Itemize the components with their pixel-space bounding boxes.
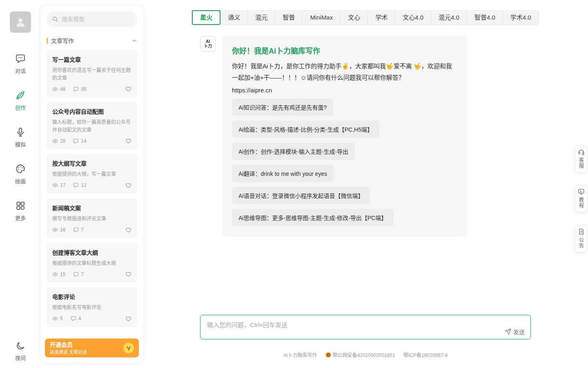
model-card[interactable]: 电影评论 根据电影名写电影评论 5 4 (47, 287, 137, 327)
nav-label: 更多 (15, 214, 26, 222)
comments-icon (73, 86, 79, 92)
tab-xinghuo[interactable]: 星火 (192, 10, 220, 25)
favorite-icon[interactable] (125, 182, 131, 188)
membership-title: 开通会员 (50, 341, 123, 348)
model-card[interactable]: 按大纲写文章 根据提供的大纲，写一篇文章 17 12 (47, 154, 137, 194)
model-card-meta: 48 35 (52, 86, 131, 92)
views-icon (52, 272, 58, 277)
tab-wenxin-40[interactable]: 文心4.0 (395, 10, 431, 25)
model-card-desc: 根据提供的大纲，写一篇文章 (52, 171, 131, 178)
model-tab-bar: 星火 通义 混元 智普 MiniMax 文心 学术 文心4.0 混元4.0 智普… (143, 0, 588, 25)
icp-record[interactable]: 鄂ICP备16020557-4 (403, 351, 448, 358)
tab-hunyuan[interactable]: 混元 (247, 10, 275, 25)
section-header-writing[interactable]: 文章写作 (47, 34, 137, 47)
model-card-meta: 28 14 (52, 138, 131, 144)
headset-icon (578, 148, 585, 155)
favorite-icon[interactable] (125, 316, 131, 322)
feather-icon (15, 90, 26, 101)
views-count: 5 (60, 316, 63, 321)
views-icon (52, 86, 58, 92)
suggestion-mindmap[interactable]: Ai思维导图：更多-思维导图-主题-生成-修改-导出【PC端】 (232, 209, 393, 226)
tab-zhipu-40[interactable]: 智普4.0 (467, 10, 503, 25)
support-label: 客服 (578, 157, 585, 169)
nav-item-chat[interactable]: 对话 (0, 53, 41, 73)
suggestion-translate[interactable]: Ai翻译：drink to me with your eyes (232, 165, 334, 182)
tutorial-icon (578, 188, 585, 195)
tab-xueshu[interactable]: 学术 (368, 10, 395, 25)
model-card-meta: 17 12 (52, 182, 131, 188)
nav-item-simulate[interactable]: 模拟 (0, 127, 41, 146)
message-input[interactable] (200, 315, 530, 339)
mic-icon (15, 127, 26, 137)
comments-count: 14 (81, 138, 86, 144)
views-count: 28 (60, 138, 65, 144)
search-input[interactable] (62, 16, 136, 22)
model-card-title: 新闻稿文案 (52, 204, 131, 212)
site-link[interactable]: https://aipre.cn (232, 87, 457, 94)
chat-icon (15, 53, 26, 64)
main-area: 星火 通义 混元 智普 MiniMax 文心 学术 文心4.0 混元4.0 智普… (143, 0, 588, 368)
section-title: 文章写作 (51, 36, 131, 45)
tab-wenxin[interactable]: 文心 (340, 10, 368, 25)
nav-item-more[interactable]: 更多 (0, 200, 41, 220)
send-label: 发送 (513, 328, 525, 336)
suggestion-voice[interactable]: Ai语音对话：登录微信小程序发起语音【微信端】 (232, 187, 370, 204)
police-record[interactable]: 鄂公网安备42010502001651 (325, 351, 395, 358)
model-card-meta: 15 7 (52, 271, 131, 277)
send-button[interactable]: 发送 (505, 328, 525, 336)
support-button[interactable]: 客服 (575, 145, 587, 173)
chevron-down-icon[interactable] (131, 38, 137, 43)
model-card[interactable]: 新闻稿文案 撰写专题报道和评论文章 16 7 (47, 198, 137, 238)
views-icon (52, 316, 58, 321)
model-card[interactable]: 写一篇文章 用你喜欢的语言写一篇关于任何主题的文章 48 35 (47, 50, 137, 97)
comments-count: 12 (81, 182, 86, 188)
ai-avatar: AI 卜力 (200, 36, 216, 52)
tab-minimax[interactable]: MiniMax (302, 10, 341, 25)
announcement-button[interactable]: 公告 (575, 225, 587, 252)
avatar[interactable] (10, 11, 31, 33)
views-icon (52, 182, 58, 188)
comments-icon (73, 138, 79, 144)
membership-subtitle: 高速通道 无限对话 (50, 348, 123, 355)
favorite-icon[interactable] (125, 138, 131, 144)
suggestion-drawing[interactable]: Ai绘画：类型-风格-描述-比例-分类-生成【PC,H5端】 (232, 121, 379, 138)
announcement-icon (578, 228, 585, 235)
suggestion-create[interactable]: Ai创作：创作-选择模块-输入主题-生成-导出 (232, 143, 355, 160)
nav-item-create[interactable]: 创作 (0, 90, 41, 110)
announcement-label: 公告 (578, 237, 585, 249)
membership-text: 开通会员 高速通道 无限对话 (50, 341, 123, 355)
comments-icon (73, 227, 79, 233)
model-card-title: 按大纲写文章 (52, 159, 131, 167)
search-box[interactable] (47, 11, 137, 27)
nav-label: 创作 (15, 103, 26, 111)
rail-nav: 对话 创作 模拟 绘画 更多 (0, 53, 41, 237)
favorite-icon[interactable] (125, 227, 131, 233)
tab-zhipu[interactable]: 智普 (275, 10, 303, 25)
comments-count: 4 (78, 316, 81, 321)
model-card-title: 电影评论 (52, 292, 131, 301)
model-card-meta: 5 4 (52, 316, 131, 322)
model-card-title: 公众号内容自动配图 (52, 107, 131, 115)
night-mode-toggle[interactable]: 夜间 (0, 341, 41, 361)
views-count: 16 (60, 227, 65, 233)
favorite-icon[interactable] (125, 86, 131, 92)
suggestion-knowledge[interactable]: Ai知识问答：是先有鸡还是先有蛋? (232, 99, 333, 116)
views-icon (52, 138, 58, 144)
nav-item-draw[interactable]: 绘画 (0, 164, 41, 183)
palette-icon (15, 164, 26, 174)
model-card[interactable]: 公众号内容自动配图 输入标题，给你一篇高质量的公众号并自动配文的文章 28 14 (47, 102, 137, 149)
model-card-desc: 用你喜欢的语言写一篇关于任何主题的文章 (52, 67, 131, 82)
tab-hunyuan-40[interactable]: 混元4.0 (431, 10, 467, 25)
message-composer: 发送 (200, 315, 531, 339)
membership-banner[interactable]: 开通会员 高速通道 无限对话 V (45, 339, 139, 357)
model-card-title: 写一篇文章 (52, 55, 131, 63)
tab-xueshu-40[interactable]: 学术4.0 (503, 10, 539, 25)
model-card-desc: 根据电影名写电影评论 (52, 304, 131, 312)
tutorial-button[interactable]: 教程 (575, 185, 587, 212)
model-card[interactable]: 创建博客文章大纲 根据提供的文章标题生成大纲 15 7 (47, 243, 137, 283)
views-count: 17 (60, 182, 65, 188)
tab-tongyi[interactable]: 通义 (220, 10, 248, 25)
model-panel: 文章写作 写一篇文章 用你喜欢的语言写一篇关于任何主题的文章 48 35 公众号… (41, 6, 143, 362)
favorite-icon[interactable] (125, 271, 131, 277)
section-accent-bar (47, 38, 48, 44)
